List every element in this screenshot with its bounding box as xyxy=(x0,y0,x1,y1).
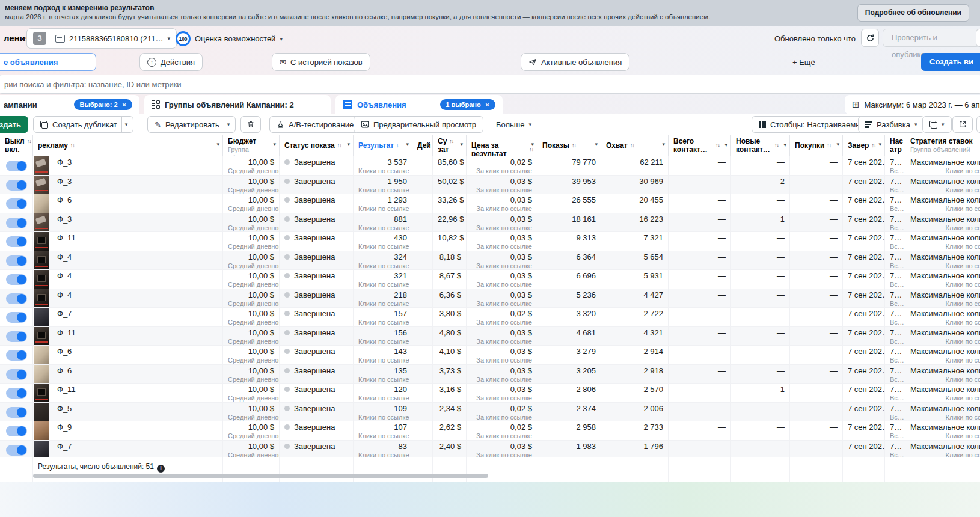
sort-icon[interactable]: ↑↓ xyxy=(774,141,779,149)
table-row[interactable]: Ф_610,00 $Средний дневнойЗавершена143Кли… xyxy=(0,346,980,365)
ad-name-link[interactable]: Ф_6 xyxy=(57,195,218,205)
ad-on-off-toggle[interactable] xyxy=(6,331,27,342)
chevron-down-icon[interactable]: ▾ xyxy=(460,140,463,148)
table-row[interactable]: Ф_510,00 $Средний дневнойЗавершена109Кли… xyxy=(0,403,980,422)
tab-ads[interactable]: Объявления 1 выбрано ✕ xyxy=(335,95,503,114)
ad-on-off-toggle[interactable] xyxy=(6,180,27,191)
column-header-spent[interactable]: Су↑↓ зат ▾ xyxy=(433,135,467,156)
sort-icon[interactable]: ↑↓ xyxy=(827,141,831,150)
column-header-cpr[interactable]: Цена за результат↑↓ ▾ xyxy=(467,135,537,156)
create-button[interactable]: здать xyxy=(0,116,28,133)
column-header-impressions[interactable]: Показы↑↓ ▾ xyxy=(537,135,601,156)
ad-name-link[interactable]: Ф_11 xyxy=(57,385,218,394)
chevron-down-icon[interactable]: ▾ xyxy=(662,140,665,148)
sort-icon[interactable]: ↑↓ xyxy=(449,137,453,145)
ad-on-off-toggle[interactable] xyxy=(6,445,27,456)
chevron-down-icon[interactable]: ▾ xyxy=(724,141,727,149)
close-icon[interactable]: ✕ xyxy=(122,102,127,108)
overflow-button-partial[interactable]: ▾ xyxy=(976,116,980,133)
table-row[interactable]: Ф_910,00 $Средний дневнойЗавершена107Кли… xyxy=(0,421,980,441)
edit-button[interactable]: ✎ Редактировать ▾ xyxy=(147,116,236,133)
duplicate-dropdown[interactable]: ▾ xyxy=(120,117,133,132)
column-header-result[interactable]: Результат↓ ▾ xyxy=(354,135,412,156)
info-icon[interactable]: i xyxy=(157,465,165,473)
duplicate-button[interactable]: Создать дубликат ▾ xyxy=(33,116,133,133)
table-row[interactable]: Ф_610,00 $Средний дневнойЗавершена1 293К… xyxy=(0,194,980,213)
chip-actions[interactable]: ↑ Действия xyxy=(139,53,203,71)
column-header-attribution[interactable]: Нас атр xyxy=(885,135,905,156)
ad-name-link[interactable]: Ф_4 xyxy=(57,252,218,262)
ad-name-link[interactable]: Ф_7 xyxy=(57,309,218,319)
ad-on-off-toggle[interactable] xyxy=(6,407,27,418)
chevron-down-icon[interactable]: ▾ xyxy=(426,140,429,148)
selected-badge[interactable]: 1 выбрано ✕ xyxy=(440,99,495,110)
ad-name-link[interactable]: Ф_4 xyxy=(57,271,218,281)
ad-on-off-toggle[interactable] xyxy=(6,388,27,399)
table-row[interactable]: Ф_410,00 $Средний дневнойЗавершена218Кли… xyxy=(0,289,980,308)
ad-name-link[interactable]: Ф_6 xyxy=(57,366,218,376)
reports-button[interactable]: ▾ xyxy=(922,116,952,133)
sort-icon[interactable]: ↑↓ xyxy=(572,141,576,150)
export-button[interactable] xyxy=(952,116,973,133)
chip-more[interactable]: + Ещё xyxy=(792,53,815,71)
ad-name-link[interactable]: Ф_3 xyxy=(57,177,218,186)
table-row[interactable]: Ф_310,00 $Средний дневнойЗавершена881Кли… xyxy=(0,213,980,233)
chevron-down-icon[interactable]: ▾ xyxy=(347,140,350,148)
search-input[interactable] xyxy=(0,75,980,94)
more-button[interactable]: Больше ▾ xyxy=(489,116,538,133)
refresh-button[interactable] xyxy=(861,29,879,47)
ad-name-link[interactable]: Ф_4 xyxy=(57,290,218,300)
date-range-picker[interactable]: ⊞ Максимум: 6 мар 2023 г. — 6 апр 20 xyxy=(845,95,980,114)
opportunity-score[interactable]: 100 Оценка возможностей ▾ xyxy=(176,31,283,46)
chevron-down-icon[interactable]: ▾ xyxy=(216,140,219,148)
chevron-down-icon[interactable]: ▾ xyxy=(783,141,786,149)
chip-active-ads[interactable]: Активные объявления xyxy=(521,53,629,71)
table-row[interactable]: Ф_710,00 $Средний дневнойЗавершена83Клик… xyxy=(0,441,980,457)
delete-button[interactable] xyxy=(240,116,261,133)
ad-on-off-toggle[interactable] xyxy=(6,312,27,323)
table-row[interactable]: Ф_1110,00 $Средний дневнойЗавершена156Кл… xyxy=(0,327,980,346)
chip-all-ads[interactable]: е объявления xyxy=(0,53,96,71)
ad-on-off-toggle[interactable] xyxy=(6,426,27,436)
ad-on-off-toggle[interactable] xyxy=(6,218,27,228)
chevron-down-icon[interactable]: ▾ xyxy=(406,140,409,148)
ad-on-off-toggle[interactable] xyxy=(6,274,27,285)
ad-name-link[interactable]: Ф_3 xyxy=(57,158,218,167)
column-header-actions[interactable]: Дей ▾ xyxy=(412,135,433,156)
column-header-status[interactable]: Статус показа↑↓ ▾ xyxy=(280,135,354,156)
breakdown-button[interactable]: Разбивка ▾ xyxy=(858,116,925,133)
column-header-contacts-total[interactable]: Всего ↑↓ контакт… ▾ xyxy=(669,135,731,156)
chip-had-delivery[interactable]: ✉ С историей показов xyxy=(272,53,370,71)
sort-icon[interactable]: ↑↓ xyxy=(70,141,75,150)
ab-test-button[interactable]: A/B-тестирование xyxy=(269,116,361,133)
ad-on-off-toggle[interactable] xyxy=(6,350,27,361)
preview-button[interactable]: Предварительный просмотр xyxy=(354,116,483,133)
column-header-purchases[interactable]: Покупки↑↓ ▾ xyxy=(790,135,843,156)
ad-name-link[interactable]: Ф_3 xyxy=(57,215,218,224)
banner-learn-more-button[interactable]: Подробнее об обновлении xyxy=(857,4,969,22)
ad-name-link[interactable]: Ф_11 xyxy=(57,233,218,243)
column-header-contacts-new[interactable]: Новые ↑↓ контакт… ▾ xyxy=(731,135,790,156)
horizontal-scrollbar[interactable] xyxy=(33,474,488,478)
ad-on-off-toggle[interactable] xyxy=(6,161,27,171)
ad-name-link[interactable]: Ф_11 xyxy=(57,328,218,338)
ad-name-link[interactable]: Ф_6 xyxy=(57,347,218,356)
table-row[interactable]: Ф_410,00 $Средний дневнойЗавершена321Кли… xyxy=(0,270,980,289)
table-row[interactable]: Ф_410,00 $Средний дневнойЗавершена324Кли… xyxy=(0,251,980,271)
table-row[interactable]: Ф_610,00 $Средний дневнойЗавершена135Кли… xyxy=(0,365,980,384)
table-row[interactable]: Ф_1110,00 $Средний дневнойЗавершена120Кл… xyxy=(0,384,980,403)
selected-badge[interactable]: Выбрано: 2 ✕ xyxy=(74,99,132,110)
column-header-ends[interactable]: Завер↑↓ ▾ xyxy=(843,135,885,156)
tab-adsets[interactable]: Группы объявлений Кампании: 2 xyxy=(144,95,331,114)
discard-drafts-button-partial[interactable] xyxy=(976,29,980,47)
chevron-down-icon[interactable]: ▾ xyxy=(878,140,881,148)
ad-on-off-toggle[interactable] xyxy=(6,236,27,247)
ad-name-link[interactable]: Ф_7 xyxy=(57,442,218,451)
sort-icon[interactable]: ↑↓ xyxy=(337,141,341,150)
review-publish-button[interactable]: Проверить и опубликовать xyxy=(883,29,980,47)
chevron-down-icon[interactable]: ▾ xyxy=(273,140,276,148)
sort-icon[interactable]: ↑↓ xyxy=(27,137,31,145)
table-row[interactable]: Ф_310,00 $Средний дневнойЗавершена1 950К… xyxy=(0,176,980,195)
chevron-down-icon[interactable]: ▾ xyxy=(531,140,534,148)
account-selector[interactable]: З 2115888365180810 (211… ▾ xyxy=(26,28,177,49)
